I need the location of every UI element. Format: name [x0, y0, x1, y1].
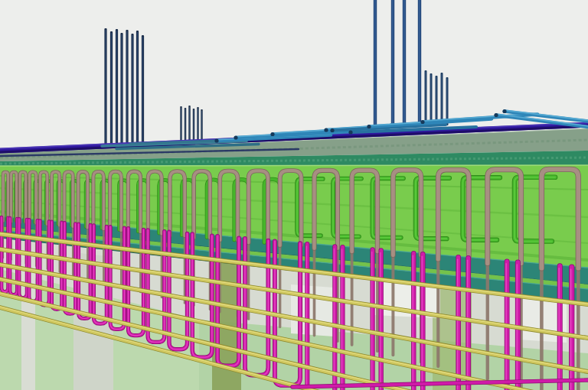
column-dowels-left-tall[interactable]	[104, 28, 144, 146]
column-dowels-left-short[interactable]	[180, 106, 203, 145]
column-dowels-right-short[interactable]	[425, 70, 449, 127]
rebar-3d-scene	[0, 0, 588, 390]
column-dowels-right-tall[interactable]	[374, 0, 421, 128]
bim-3d-viewport[interactable]	[0, 0, 588, 390]
